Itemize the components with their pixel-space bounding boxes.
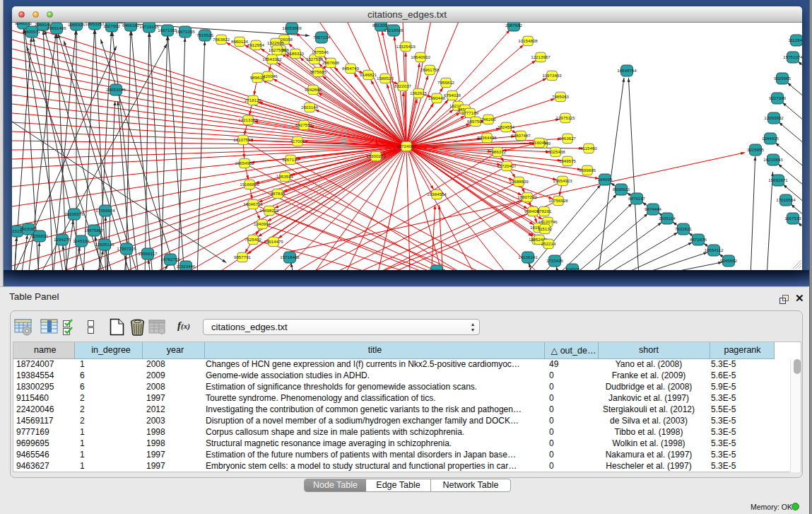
svg-text:9699695: 9699695 (579, 168, 596, 173)
svg-text:1112843: 1112843 (788, 37, 802, 42)
svg-text:887834: 887834 (271, 191, 286, 196)
svg-text:16671355: 16671355 (175, 29, 195, 34)
svg-text:9146821: 9146821 (360, 72, 377, 77)
svg-text:1240994: 1240994 (254, 221, 271, 226)
svg-text:924505: 924505 (565, 267, 580, 270)
svg-text:8660124: 8660124 (231, 39, 249, 44)
svg-text:16671355: 16671355 (158, 28, 177, 33)
svg-text:16046736: 16046736 (243, 201, 263, 206)
svg-text:417006: 417006 (290, 139, 305, 144)
svg-text:10025438: 10025438 (546, 149, 565, 154)
svg-text:115132: 115132 (538, 226, 553, 231)
svg-text:10653257: 10653257 (85, 23, 105, 26)
svg-text:16782759: 16782759 (160, 257, 180, 262)
svg-text:16548764: 16548764 (617, 68, 637, 73)
svg-text:18724007: 18724007 (396, 144, 416, 148)
svg-text:15720407: 15720407 (497, 163, 517, 168)
svg-text:7357224: 7357224 (313, 35, 331, 40)
svg-text:746266: 746266 (481, 117, 496, 122)
svg-text:19166825: 19166825 (240, 182, 259, 187)
svg-text:6466160: 6466160 (122, 23, 140, 28)
svg-text:1167533: 1167533 (784, 216, 801, 221)
svg-text:16107553: 16107553 (233, 137, 253, 142)
svg-text:3915061: 3915061 (20, 226, 37, 231)
svg-text:678291: 678291 (537, 209, 552, 214)
svg-text:9046375: 9046375 (15, 23, 33, 25)
svg-text:7663822: 7663822 (213, 37, 230, 42)
svg-text:8454749: 8454749 (342, 66, 360, 71)
svg-text:20364436: 20364436 (477, 135, 497, 140)
svg-text:8813054: 8813054 (372, 23, 390, 28)
svg-text:7632621: 7632621 (675, 226, 693, 231)
svg-text:9242848: 9242848 (305, 87, 322, 92)
svg-text:1156829: 1156829 (31, 233, 48, 238)
svg-text:1875546: 1875546 (312, 49, 329, 54)
svg-text:1362615: 1362615 (410, 90, 428, 95)
svg-text:19218506: 19218506 (384, 28, 404, 33)
svg-text:8471676: 8471676 (690, 237, 707, 242)
svg-text:7515526: 7515526 (196, 33, 214, 37)
svg-text:216049: 216049 (532, 140, 547, 145)
svg-text:1353594: 1353594 (276, 174, 294, 179)
svg-text:16961758: 16961758 (420, 67, 440, 72)
svg-text:10756928: 10756928 (548, 198, 568, 203)
svg-text:6794028: 6794028 (444, 93, 461, 98)
svg-text:3215955: 3215955 (747, 147, 765, 152)
svg-text:20053346: 20053346 (106, 87, 126, 92)
svg-text:10973493: 10973493 (542, 73, 562, 78)
svg-text:9777169: 9777169 (461, 110, 479, 115)
svg-text:1322605: 1322605 (267, 40, 285, 45)
svg-text:1733426: 1733426 (546, 258, 564, 263)
svg-text:16210643: 16210643 (763, 157, 783, 162)
svg-text:8322037: 8322037 (394, 83, 412, 88)
svg-text:16053809: 16053809 (282, 25, 302, 30)
svg-text:9474444: 9474444 (645, 206, 662, 211)
svg-text:7485063: 7485063 (552, 94, 570, 99)
svg-text:10154808: 10154808 (518, 38, 538, 43)
svg-text:11923446: 11923446 (176, 264, 196, 269)
svg-text:8427552: 8427552 (295, 122, 313, 127)
svg-text:1294275: 1294275 (54, 237, 71, 242)
svg-text:1849575: 1849575 (559, 158, 577, 163)
svg-text:9115460: 9115460 (580, 146, 597, 151)
svg-text:2935114: 2935114 (659, 216, 676, 221)
svg-text:17957225: 17957225 (117, 246, 136, 251)
svg-text:14136141: 14136141 (518, 255, 538, 259)
svg-text:3875685: 3875685 (310, 69, 327, 74)
svg-text:9227349: 9227349 (769, 95, 787, 100)
svg-text:12975115: 12975115 (555, 115, 575, 120)
svg-text:10688609: 10688609 (509, 179, 529, 184)
svg-text:12093832: 12093832 (764, 115, 784, 120)
svg-text:1065325: 1065325 (68, 23, 86, 27)
svg-text:14914479: 14914479 (264, 239, 283, 244)
svg-text:3267130: 3267130 (282, 157, 300, 162)
svg-text:1244415: 1244415 (762, 136, 779, 141)
svg-text:19975867: 19975867 (84, 228, 104, 233)
svg-text:19384554: 19384554 (427, 192, 447, 197)
svg-text:18807249: 18807249 (517, 194, 537, 199)
svg-text:10719155: 10719155 (139, 24, 159, 29)
svg-text:16120746: 16120746 (538, 219, 558, 224)
svg-text:7986372: 7986372 (489, 149, 507, 154)
svg-text:1990448: 1990448 (428, 95, 446, 100)
svg-text:15692971: 15692971 (768, 177, 788, 182)
svg-text:17016504: 17016504 (776, 197, 796, 202)
svg-text:164095: 164095 (598, 177, 613, 182)
svg-text:15718485: 15718485 (280, 255, 300, 259)
svg-text:2867608: 2867608 (322, 60, 340, 65)
svg-text:9329965: 9329965 (774, 76, 792, 81)
svg-text:9857791: 9857791 (234, 255, 252, 259)
svg-text:8186323: 8186323 (287, 51, 305, 56)
svg-text:6479197: 6479197 (628, 196, 646, 201)
svg-text:2087682: 2087682 (505, 23, 523, 28)
svg-text:18300273: 18300273 (366, 153, 386, 158)
svg-text:20206576: 20206576 (64, 211, 84, 216)
svg-text:9463627: 9463627 (559, 136, 577, 141)
svg-text:17359924: 17359924 (95, 208, 115, 213)
svg-text:20691406: 20691406 (47, 25, 66, 30)
svg-text:7625402: 7625402 (245, 237, 262, 242)
svg-text:1527602: 1527602 (103, 23, 121, 28)
svg-text:10654112: 10654112 (704, 247, 724, 252)
svg-text:3824554: 3824554 (498, 124, 515, 129)
svg-text:19654952: 19654952 (235, 160, 254, 165)
